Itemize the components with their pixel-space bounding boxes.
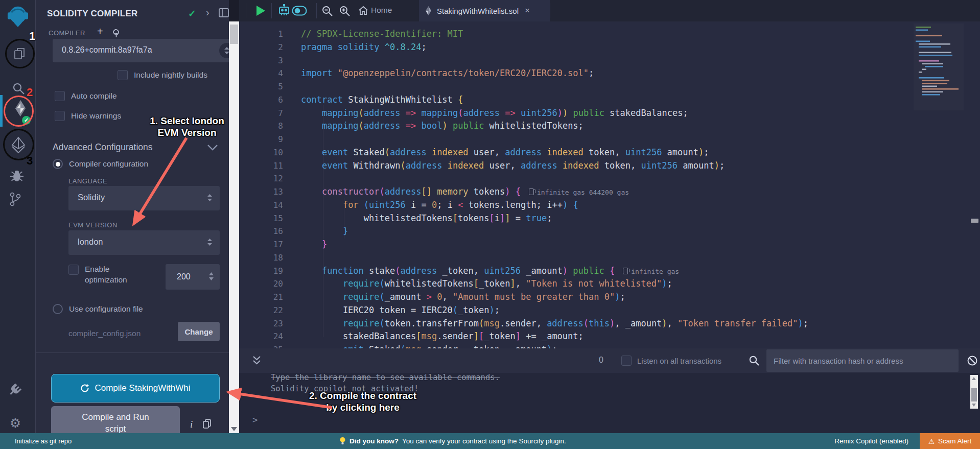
compile-button[interactable]: Compile StakingWithWhi xyxy=(51,374,220,403)
compiler-configuration-radio[interactable] xyxy=(53,159,63,169)
terminal-search-icon[interactable] xyxy=(749,355,760,368)
evm-version-select[interactable]: london xyxy=(68,230,220,255)
code-line[interactable]: 8 mapping(address => bool) public whitel… xyxy=(239,120,980,133)
copilot-toggle-icon[interactable] xyxy=(292,6,307,18)
panel-scrollbar[interactable] xyxy=(229,21,239,433)
code-line[interactable]: 11 event Withdrawn(address indexed user,… xyxy=(239,159,980,173)
code-line[interactable]: 6contract StakingWithWhitelist { xyxy=(239,93,980,107)
zoom-out-icon[interactable] xyxy=(321,5,333,19)
include-nightly-checkbox[interactable] xyxy=(118,70,128,80)
copilot-status[interactable]: Remix Copilot (enabled) xyxy=(834,437,908,445)
minimap[interactable] xyxy=(914,23,964,110)
search-icon[interactable] xyxy=(7,77,30,100)
panel-expand-icon[interactable]: › xyxy=(206,7,209,18)
scrollbar-down-arrow-icon[interactable] xyxy=(972,404,976,407)
deploy-run-icon[interactable] xyxy=(7,134,30,156)
file-explorer-icon[interactable] xyxy=(9,42,31,65)
code-line[interactable]: 14 for (uint256 i = 0; i < tokens.length… xyxy=(239,199,980,212)
debugger-icon[interactable] xyxy=(6,164,28,187)
code-text: import "@openzeppelin/contracts/token/ER… xyxy=(283,68,594,78)
settings-icon[interactable]: ⚙ xyxy=(4,412,27,434)
compile-status-check-icon[interactable]: ✓ xyxy=(188,8,196,19)
code-line[interactable]: 9 xyxy=(239,133,980,146)
add-compiler-icon[interactable]: + xyxy=(97,26,103,37)
code-line[interactable]: 10 event Staked(address indexed user, ad… xyxy=(239,146,980,159)
tab-staking-with-whitelist[interactable]: StakingWithWhitelist.sol × xyxy=(419,0,550,21)
home-icon[interactable] xyxy=(358,6,368,17)
terminal-scrollbar-thumb[interactable] xyxy=(971,388,977,401)
code-line[interactable]: 21 require(_amount > 0, "Amount must be … xyxy=(239,291,980,304)
transaction-filter-input[interactable] xyxy=(766,349,959,372)
copy-icon[interactable] xyxy=(202,419,212,431)
code-text: } xyxy=(283,239,327,249)
language-select[interactable]: Solidity xyxy=(68,186,220,210)
code-line[interactable]: 17 } xyxy=(239,238,980,251)
compiler-version-select[interactable]: 0.8.26+commit.8a97fa7a xyxy=(53,39,229,62)
tip-text: You can verify your contract using the S… xyxy=(402,437,566,445)
terminal-expand-icon[interactable] xyxy=(252,355,262,368)
zoom-in-icon[interactable] xyxy=(339,5,351,19)
code-line[interactable]: 5 xyxy=(239,80,980,93)
code-line[interactable]: 23 require(token.transferFrom(msg.sender… xyxy=(239,317,980,330)
line-number: 13 xyxy=(239,185,283,199)
code-line[interactable]: 20 require(whitelistedTokens[_token], "T… xyxy=(239,277,980,291)
clear-terminal-icon[interactable] xyxy=(967,355,978,368)
line-number: 16 xyxy=(239,225,283,238)
tab-close-icon[interactable]: × xyxy=(525,6,530,16)
config-file-name: compiler_config.json xyxy=(68,329,141,338)
code-text xyxy=(283,55,301,65)
code-line[interactable]: 2pragma solidity ^0.8.24; xyxy=(239,41,980,54)
terminal-prompt[interactable]: > xyxy=(252,415,258,425)
code-line[interactable]: 24 stakedBalances[msg.sender][_token] +=… xyxy=(239,330,980,343)
home-tab[interactable]: Home xyxy=(371,6,392,15)
indent-guide xyxy=(344,198,344,239)
code-line[interactable]: 7 mapping(address => mapping(address => … xyxy=(239,107,980,120)
info-icon[interactable]: i xyxy=(190,419,193,430)
code-line[interactable]: 13 constructor(address[] memory tokens) … xyxy=(239,185,980,199)
hide-warnings-checkbox[interactable] xyxy=(55,111,65,121)
panel-scrollbar-thumb[interactable] xyxy=(230,25,238,44)
scam-alert-button[interactable]: ⚠ Scam Alert xyxy=(920,433,980,449)
enable-optimization-checkbox[interactable] xyxy=(68,265,79,275)
terminal-scrollbar[interactable] xyxy=(970,375,978,409)
line-number: 20 xyxy=(239,277,283,291)
use-configuration-file-radio[interactable] xyxy=(53,304,63,314)
code-text: function stake(address _token, uint256 _… xyxy=(283,266,679,276)
activity-bar: ✓ ⚙ xyxy=(0,0,36,433)
git-icon[interactable] xyxy=(4,188,27,210)
code-line[interactable]: 3 xyxy=(239,54,980,67)
run-script-icon[interactable] xyxy=(255,5,266,18)
code-editor[interactable]: 1// SPDX-License-Identifier: MIT2pragma … xyxy=(239,21,980,348)
code-line[interactable]: 25 emit Staked(msg.sender, _token, _amou… xyxy=(239,343,980,348)
code-line[interactable]: 18 xyxy=(239,251,980,265)
compile-success-badge: ✓ xyxy=(22,116,31,125)
listen-all-transactions-checkbox[interactable] xyxy=(621,356,632,366)
remix-logo[interactable] xyxy=(7,5,29,28)
code-line[interactable]: 1// SPDX-License-Identifier: MIT xyxy=(239,28,980,41)
advanced-collapse-icon[interactable] xyxy=(207,144,218,153)
optimization-runs-input[interactable] xyxy=(166,264,220,290)
code-line[interactable]: 19 function stake(address _token, uint25… xyxy=(239,265,980,278)
scrollbar-up-arrow-icon[interactable] xyxy=(972,377,976,380)
code-line[interactable]: 16 } xyxy=(239,225,980,238)
compile-and-run-button[interactable]: Compile and Runscript xyxy=(51,406,180,433)
auto-compile-checkbox[interactable] xyxy=(55,91,65,101)
git-init-status[interactable]: Initialize as git repo xyxy=(15,437,72,445)
select-arrows-icon xyxy=(207,193,213,204)
code-line[interactable]: 12 xyxy=(239,172,980,185)
editor-scroll-marker[interactable] xyxy=(971,219,978,223)
code-text: event Withdrawn(address indexed user, ad… xyxy=(283,160,725,171)
status-bar: Initialize as git repo Did you know? You… xyxy=(0,433,980,449)
scrollbar-down-arrow-icon[interactable] xyxy=(231,427,237,431)
code-text xyxy=(283,252,301,263)
evm-version-label: EVM VERSION xyxy=(68,221,118,229)
terminal: 0 Listen on all transactions Type the li… xyxy=(239,348,980,433)
plugin-manager-icon[interactable] xyxy=(4,380,27,403)
change-config-button[interactable]: Change xyxy=(178,322,220,341)
pin-panel-icon[interactable] xyxy=(219,8,229,19)
solidity-file-icon xyxy=(425,6,432,16)
code-line[interactable]: 15 whitelistedTokens[tokens[i]] = true; xyxy=(239,212,980,225)
ai-copilot-robot-icon[interactable] xyxy=(277,4,291,19)
code-line[interactable]: 22 IERC20 token = IERC20(_token); xyxy=(239,304,980,317)
code-line[interactable]: 4import "@openzeppelin/contracts/token/E… xyxy=(239,67,980,80)
